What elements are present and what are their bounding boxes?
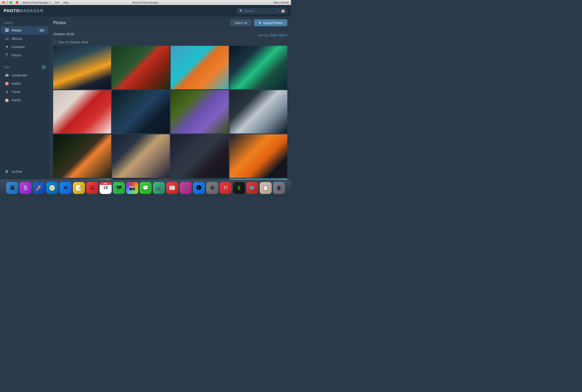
family-icon: 🏠 [4,98,9,102]
sidebar-item-photos[interactable]: 🖼 Photos 80 [1,26,48,34]
photo-grid-row4 [53,179,287,180]
tags-header: Tags + [0,64,50,71]
photo-item[interactable] [53,46,111,89]
minimize-button[interactable] [6,1,8,4]
dock-app-magnet[interactable]: ⊓ [220,182,232,194]
photo-grid-row3 [53,134,287,178]
travel-icon: ✈ [4,90,9,94]
heart-icon: ♥ [4,45,9,49]
logo-photo: PHOTO [4,8,20,13]
add-tag-button[interactable]: + [42,65,46,69]
dock-app-airmail[interactable]: 🐦 [246,182,258,194]
dock-app-reminders[interactable]: ☑ [86,182,98,194]
gallery-label: Gallery [0,20,50,26]
photo-grid-row2 [53,90,287,134]
sidebar-item-hobby[interactable]: 🎯 Hobby [1,79,48,88]
sidebar-item-archive[interactable]: 🗑 Archive [1,168,48,176]
logo-manager: MANAGER [20,8,44,13]
dock-app-news[interactable]: 📰 [166,182,178,194]
photo-item[interactable] [230,46,288,89]
archive-icon: 🗑 [4,169,9,174]
photo-item[interactable] [171,134,229,178]
places-icon: 📍 [4,53,9,58]
window-title: Movavi Photo Manager [132,1,158,4]
time-display: Wed 2:36 AM [274,1,289,4]
photo-item[interactable] [53,90,111,134]
sort-value[interactable]: Date taken [270,33,287,37]
content-title: Photos [53,20,66,25]
dock-app-system-prefs[interactable]: ⚙ [206,182,218,194]
sort-bar: Sort by: Date taken [258,33,287,37]
photo-item[interactable] [230,179,288,180]
search-icon: 🔍 [239,9,243,13]
dock-app-safari[interactable]: 🧭 [46,182,58,194]
sidebar-hobby-label: Hobby [12,82,21,85]
clear-search-icon[interactable]: ✕ [278,9,280,12]
photo-item[interactable] [230,90,288,134]
dock-app-maps[interactable]: 🗺 [113,182,125,194]
albums-icon: 🗂 [4,36,9,41]
calendar-icon[interactable]: 📅 [281,9,285,13]
photos-icon: 🖼 [4,28,9,33]
sidebar-item-family[interactable]: 🏠 Family [1,96,48,104]
photo-grid-row1 [53,46,287,89]
date-checkbox[interactable] [53,41,56,44]
sidebar-bottom: 🗑 Archive [0,163,50,176]
dock-app-terminal[interactable]: $ [233,182,245,194]
upload-photos-button[interactable]: ⬆ Upload Photos [254,19,287,26]
dock-app-messages[interactable]: 💬 [140,182,152,194]
sidebar-places-label: Places [12,53,21,57]
sidebar-item-favorites[interactable]: ♥ Favorites [1,43,48,51]
app-name-menu[interactable]: Movavi Photo Manager 1 [23,1,51,4]
select-all-button[interactable]: Select All [230,19,252,26]
sidebar-archive-label: Archive [12,170,22,174]
photo-item[interactable] [112,134,170,178]
photo-item [171,179,229,180]
sidebar-albums-label: Albums [12,37,22,40]
dock-app-facetime[interactable]: 📹 [153,182,165,194]
apple-menu[interactable]: 🍎 [16,1,19,4]
sidebar-item-travel[interactable]: ✈ Travel [1,88,48,96]
photo-item[interactable] [171,46,229,89]
month-sort-header: October 2018 Sort by: Date taken [53,32,287,38]
photo-item[interactable] [112,179,170,180]
dock-app-appstore[interactable]: 🅐 [193,182,205,194]
title-bar-right: Wed 2:36 AM [274,1,289,4]
dock-app-siri[interactable]: S [20,182,32,194]
dock: 🖥 S 🚀 🧭 ✉ 📝 ☑ DEC 19 🗺 📷 💬 📹 📰 🎵 [0,180,291,196]
dock-app-mail[interactable]: ✉ [60,182,72,194]
file-menu[interactable]: File [55,1,59,4]
sidebar-divider-2 [0,165,50,165]
dock-app-trash[interactable]: 🗑 [273,182,285,194]
photo-item[interactable] [230,134,288,178]
tags-label: Tags [4,66,10,69]
photo-item[interactable] [53,134,111,178]
dock-app-finder[interactable]: 🖥 [6,182,18,194]
dock-app-launchpad[interactable]: 🚀 [33,182,45,194]
photo-item[interactable] [53,179,111,180]
content-actions: Select All ⬆ Upload Photos [230,19,287,26]
sidebar-item-places[interactable]: 📍 Places [1,51,48,59]
search-input[interactable] [244,9,276,13]
app-window: PHOTO MANAGER 🔍 ✕ 📅 Gallery 🖼 Photos 80 … [0,5,291,180]
sidebar-item-albums[interactable]: 🗂 Albums [1,34,48,43]
photo-area[interactable]: October 2018 Sort by: Date taken Sun, 07… [50,29,291,180]
sidebar-item-landscape[interactable]: 🏔 Landscape [1,71,48,79]
maximize-button[interactable] [10,1,12,4]
dock-app-photos[interactable]: 📷 [126,182,138,194]
dock-app-notes[interactable]: 📝 [73,182,85,194]
close-button[interactable] [2,1,5,4]
dock-app-clipboard[interactable]: 📋 [260,182,272,194]
sidebar-landscape-label: Landscape [12,74,27,77]
dock-app-music[interactable]: 🎵 [180,182,192,194]
help-menu[interactable]: Help [63,1,68,4]
photo-item[interactable] [112,46,170,89]
photo-item[interactable] [112,90,170,134]
dock-app-calendar[interactable]: DEC 19 [100,182,112,194]
search-bar[interactable]: 🔍 ✕ 📅 [237,8,287,14]
photo-item[interactable] [171,90,229,134]
sidebar: Gallery 🖼 Photos 80 🗂 Albums ♥ Favorites… [0,16,50,180]
sidebar-family-label: Family [12,98,21,102]
upload-icon: ⬆ [258,21,261,24]
sidebar-travel-label: Travel [12,90,20,94]
